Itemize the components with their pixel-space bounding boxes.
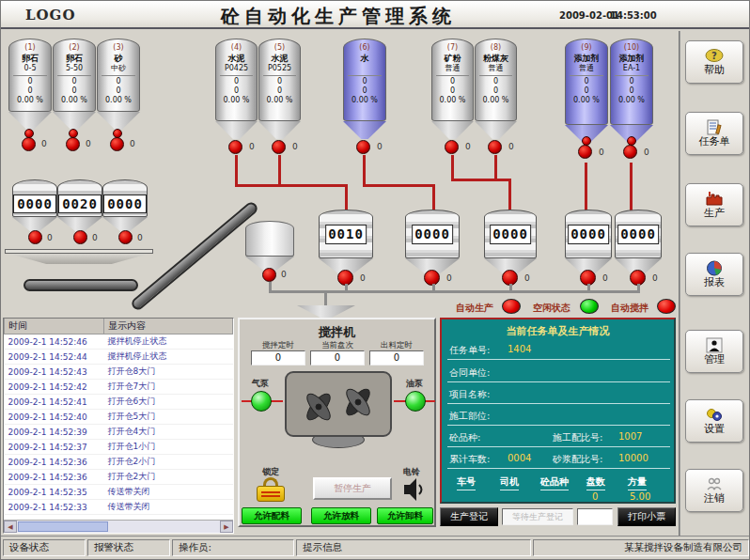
production-input[interactable] (577, 508, 613, 525)
silo-percent: 0.00 % (9, 96, 51, 105)
table-row[interactable]: 2009-2-1 14:52:46搅拌机停止状态 (5, 334, 233, 350)
silo-percent: 0.00 % (54, 96, 95, 105)
water-weigh-hopper: 0000 0 (405, 210, 460, 275)
sidebar-button-report[interactable]: 报表 (685, 253, 743, 296)
valve[interactable] (73, 230, 87, 244)
log-message: 打开仓2大门 (104, 470, 233, 485)
mixing-timer-field[interactable]: 0 (251, 350, 305, 366)
valve[interactable] (623, 145, 637, 159)
sidebar-label: 生产 (704, 208, 725, 219)
valve-value: 0 (524, 273, 530, 283)
air-pump-indicator (251, 391, 272, 412)
sidebar-button-help[interactable]: ? 帮助 (685, 40, 743, 84)
scroll-left-arrow[interactable]: ◀ (4, 521, 17, 533)
table-row[interactable]: 2009-2-1 14:52:44搅拌机停止状态 (5, 350, 233, 365)
log-message: 打开仓4大门 (104, 425, 233, 440)
settings-icon (705, 407, 724, 423)
mortar-ratio-label: 砂浆配比号: (553, 453, 602, 466)
valve[interactable] (356, 140, 370, 154)
valve[interactable] (272, 140, 286, 154)
silo-material: 卵石 (54, 53, 95, 64)
allow-release-button[interactable]: 允许放料 (311, 507, 371, 524)
silo-spec: P0425 (216, 64, 257, 73)
valve-value: 0 (130, 139, 135, 148)
table-row[interactable]: 2009-2-1 14:52:39打开仓4大门 (5, 425, 233, 440)
silo-value: 0 (476, 86, 516, 96)
discharge-timer-field[interactable]: 0 (369, 350, 424, 366)
pipe (587, 284, 590, 290)
silo-number: (7) (432, 39, 473, 53)
event-log-panel: 时间 显示内容 2009-2-1 14:52:46搅拌机停止状态 2009-2-… (3, 318, 234, 534)
silo-funnel (258, 121, 301, 140)
scale-pan (5, 249, 153, 254)
time-display: 14:53:00 (610, 10, 657, 21)
scrollbar-thumb[interactable] (18, 521, 108, 532)
table-row[interactable]: 2009-2-1 14:52:43打开仓8大门 (5, 365, 233, 380)
silo-number: (2) (54, 39, 95, 53)
valve[interactable] (118, 230, 133, 244)
logout-icon (705, 476, 724, 492)
table-row[interactable]: 2009-2-1 14:52:36打开仓2大门 (5, 470, 233, 485)
log-time: 2009-2-1 14:52:43 (5, 365, 104, 380)
valve[interactable] (228, 140, 242, 154)
table-row[interactable]: 2009-2-1 14:52:41打开仓6大门 (5, 395, 233, 410)
valve-value: 0 (508, 142, 514, 151)
allow-batching-button[interactable]: 允许配料 (242, 507, 302, 524)
sidebar-button-settings[interactable]: 设置 (685, 399, 743, 443)
silo-spec: 普通 (476, 64, 516, 73)
valve[interactable] (488, 140, 502, 154)
divider (447, 468, 670, 469)
weight-display: 0000 (617, 225, 659, 244)
table-row[interactable]: 2009-2-1 14:52:42打开仓7大门 (5, 380, 233, 395)
pause-production-button[interactable]: 暂停生产 (313, 477, 392, 500)
silo-6: (6)水000.00 % 0 (343, 39, 386, 140)
table-row[interactable]: 2009-2-1 14:52:36打开仓2小门 (5, 455, 233, 470)
mixer-blades-icon (287, 373, 390, 435)
sidebar-button-management[interactable]: 管理 (685, 330, 743, 373)
silo-spec (344, 64, 385, 73)
pipe (363, 155, 366, 185)
table-row[interactable]: 2009-2-1 14:52:37打开仓1小门 (5, 440, 233, 455)
valve-value: 0 (47, 233, 53, 242)
sidebar-button-production[interactable]: 生产 (685, 183, 743, 226)
pipe (508, 181, 511, 211)
mortar-ratio-value: 10000 (618, 453, 648, 463)
valve[interactable] (66, 137, 80, 151)
log-time: 2009-2-1 14:52:36 (5, 455, 104, 470)
waiting-register-field[interactable]: 等待生产登记 (502, 508, 573, 525)
log-horizontal-scrollbar[interactable]: ◀ ▶ (4, 520, 233, 533)
silo-value: 0 (54, 77, 95, 86)
valve[interactable] (22, 137, 36, 151)
pipe (363, 184, 435, 187)
sidebar-button-tasklist[interactable]: 任务单 (685, 112, 743, 155)
table-row[interactable]: 2009-2-1 14:52:35传送带关闭 (5, 485, 233, 500)
table-row[interactable]: 2009-2-1 14:52:33传送带关闭 (5, 500, 233, 515)
silo-material: 添加剂 (611, 53, 652, 64)
allow-discharge-button[interactable]: 允许卸料 (377, 507, 433, 524)
table-row[interactable]: 2009-2-1 14:52:40打开仓5大门 (5, 410, 233, 425)
sidebar-button-logout[interactable]: 注销 (685, 469, 743, 512)
production-register-button[interactable]: 生产登记 (440, 507, 498, 526)
valve[interactable] (262, 268, 276, 282)
silo-value: 0 (216, 86, 257, 96)
silo-percent: 0.00 % (611, 96, 652, 105)
silo-material: 添加剂 (566, 53, 607, 64)
column-header-volume: 方量 (628, 475, 647, 490)
silo-value: 0 (432, 86, 473, 96)
log-message: 打开仓2小门 (104, 455, 233, 470)
lock-icon (255, 477, 287, 502)
silo-value: 0 (54, 86, 95, 96)
valve-value: 0 (292, 142, 298, 151)
silo-value: 0 (566, 86, 607, 96)
valve[interactable] (578, 145, 592, 159)
oil-pump-label: 油泵 (406, 378, 423, 390)
pipe (630, 163, 633, 212)
valve[interactable] (28, 230, 42, 244)
silo-funnel (215, 121, 258, 140)
current-batch-field[interactable]: 0 (310, 350, 365, 366)
print-ticket-button[interactable]: 打印小票 (617, 507, 676, 526)
auto-production-indicator (502, 299, 521, 314)
valve[interactable] (110, 137, 124, 151)
valve[interactable] (445, 140, 459, 154)
scroll-right-arrow[interactable]: ▶ (220, 521, 233, 533)
